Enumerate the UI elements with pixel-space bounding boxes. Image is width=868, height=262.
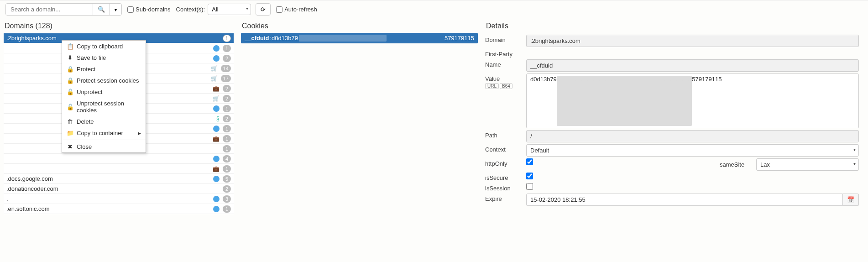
container-dot-icon — [213, 196, 220, 202]
domain-row[interactable]: 4 — [4, 154, 234, 164]
ctx-item[interactable]: 📋Copy to clipboard — [62, 41, 146, 52]
name-label: Name — [485, 59, 526, 68]
value-masked: xxxxxxxxxxxxxxxxxxxxxxxxxxxxxxxxxxxxxxxx… — [557, 76, 692, 126]
refresh-button[interactable]: ⟳ — [256, 3, 271, 16]
cookie-count-badge: 2 — [223, 185, 231, 193]
container-dot-icon — [213, 126, 220, 132]
detail-firstparty: First-Party — [485, 49, 859, 58]
details-panel: Details Domain .2brightsparks.com First-… — [481, 18, 868, 214]
cookies-header: Cookies — [241, 18, 478, 33]
path-value[interactable]: / — [526, 130, 859, 142]
subdomains-checkbox[interactable] — [127, 6, 134, 13]
briefcase-icon: 💼 — [213, 136, 220, 142]
domain-row[interactable]: .docs.google.com5 — [4, 174, 234, 184]
cookie-count-badge: 5 — [223, 175, 231, 183]
domain-name: .en.softonic.com — [6, 205, 213, 212]
domain-row[interactable]: .3 — [4, 194, 234, 204]
value-textarea[interactable]: d0d13b79 xxxxxxxxxxxxxxxxxxxxxxxxxxxxxxx… — [526, 73, 859, 128]
container-dot-icon — [213, 176, 220, 182]
domain-row[interactable]: 💼1 — [4, 164, 234, 174]
httponly-checkbox[interactable] — [526, 158, 533, 165]
cookie-count-badge: 1 — [223, 125, 231, 132]
detail-httponly-samesite: httpOnly sameSite Lax — [485, 158, 859, 171]
cookie-row[interactable]: __cfduid :d0d13b79 xxxxxxxxxxxxxxxxxxxxx… — [241, 33, 478, 43]
ctx-item[interactable]: ✖Close — [62, 141, 146, 152]
briefcase-icon: 💼 — [213, 85, 220, 92]
cookie-count-badge: 1 — [223, 45, 231, 52]
ctx-label: Delete — [77, 118, 94, 125]
samesite-select[interactable]: Lax — [756, 158, 859, 171]
cookie-name: __cfduid — [245, 35, 269, 42]
ctx-item[interactable]: 🔒Protect — [62, 63, 146, 75]
expire-label: Expire — [485, 194, 526, 202]
autorefresh-toggle[interactable]: Auto-refresh — [276, 6, 317, 13]
cookie-count-badge: 4 — [223, 155, 231, 162]
container-dot-icon — [213, 156, 220, 162]
search-dropdown[interactable] — [110, 4, 121, 15]
ctx-icon: 🗑 — [67, 118, 73, 125]
autorefresh-label: Auto-refresh — [284, 6, 317, 13]
path-label: Path — [485, 130, 526, 139]
ctx-label: Copy to clipboard — [77, 43, 123, 50]
container-dot-icon — [213, 55, 220, 62]
ctx-item[interactable]: 🔒Protect session cookies — [62, 75, 146, 86]
container-dot-icon — [213, 105, 220, 112]
cookie-value-tail: 579179115 — [444, 35, 474, 42]
issession-label: isSession — [485, 183, 526, 192]
context-select[interactable]: Default — [526, 144, 859, 157]
ctx-icon: 📁 — [67, 130, 73, 136]
detail-path: Path / — [485, 130, 859, 142]
ctx-icon: ⬇ — [67, 54, 73, 61]
briefcase-icon: 💼 — [213, 166, 220, 172]
subdomains-toggle[interactable]: Sub-domains — [127, 6, 171, 13]
cookie-count-badge: 2 — [223, 55, 231, 62]
cookie-count-badge: 1 — [223, 145, 231, 152]
detail-expire: Expire 15-02-2020 18:21:55 📅 — [485, 194, 859, 206]
b64-badge[interactable]: B64 — [500, 83, 512, 89]
detail-name: Name __cfduid — [485, 59, 859, 72]
contexts-select[interactable]: All — [208, 4, 251, 15]
ctx-item[interactable]: 🔓Unprotect — [62, 86, 146, 98]
subdomains-label: Sub-domains — [136, 6, 171, 13]
detail-value: Value URLB64 d0d13b79 xxxxxxxxxxxxxxxxxx… — [485, 73, 859, 128]
autorefresh-checkbox[interactable] — [276, 6, 282, 13]
ctx-icon: 🔒 — [67, 77, 73, 84]
name-value[interactable]: __cfduid — [526, 59, 859, 72]
issession-checkbox[interactable] — [526, 183, 533, 190]
value-prefix: d0d13b79 — [530, 76, 557, 126]
url-badge[interactable]: URL — [485, 83, 499, 89]
container-dot-icon — [213, 206, 220, 212]
submenu-arrow-icon: ▶ — [138, 131, 141, 136]
cookies-panel: Cookies __cfduid :d0d13b79 xxxxxxxxxxxxx… — [237, 18, 481, 214]
ctx-icon: 🔓 — [67, 104, 73, 110]
search-icon: 🔍 — [98, 6, 105, 13]
ctx-separator — [62, 140, 146, 140]
ctx-item[interactable]: 🔓Unprotect session cookies — [62, 98, 146, 116]
ctx-icon: 🔒 — [67, 66, 73, 73]
samesite-label: sameSite — [720, 161, 756, 168]
cookie-count-badge: 1 — [223, 165, 231, 173]
refresh-icon: ⟳ — [261, 6, 266, 13]
ctx-label: Close — [77, 143, 92, 150]
ctx-item[interactable]: 🗑Delete — [62, 116, 146, 127]
search-input[interactable] — [6, 4, 93, 15]
domain-name: .docs.google.com — [6, 175, 213, 182]
search-button[interactable]: 🔍 — [93, 4, 110, 15]
domain-value[interactable]: .2brightsparks.com — [526, 35, 859, 47]
cookie-count-badge: 2 — [223, 85, 231, 92]
issecure-checkbox[interactable] — [526, 173, 533, 179]
cookie-count-badge: 2 — [223, 95, 231, 102]
domain-row[interactable]: .donationcoder.com2 — [4, 184, 234, 194]
search-group: 🔍 — [5, 3, 122, 16]
ctx-item[interactable]: ⬇Save to file — [62, 52, 146, 63]
ctx-item[interactable]: 📁Copy to container▶ — [62, 127, 146, 139]
expire-value[interactable]: 15-02-2020 18:21:55 — [526, 194, 843, 206]
contexts-label: Context(s): — [176, 6, 205, 13]
firstparty-label: First-Party — [485, 49, 526, 58]
domain-row[interactable]: .en.softonic.com1 — [4, 204, 234, 214]
context-value: Default — [530, 147, 549, 154]
domains-header: Domains (128) — [4, 18, 234, 33]
calendar-button[interactable]: 📅 — [843, 194, 859, 206]
domain-label: Domain — [485, 35, 526, 43]
context-menu[interactable]: 📋Copy to clipboard⬇Save to file🔒Protect🔒… — [62, 40, 146, 153]
